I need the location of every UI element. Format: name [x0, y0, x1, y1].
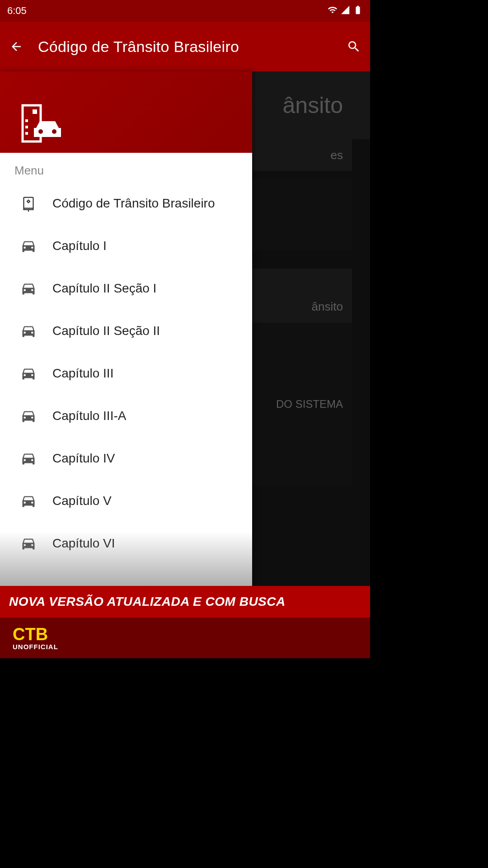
book-icon	[20, 195, 37, 212]
drawer-item-label: Capítulo II Seção II	[52, 324, 160, 338]
drawer-item[interactable]: Capítulo II Seção I	[0, 267, 252, 310]
footer-logo: CTB	[13, 626, 357, 643]
footer-subtitle: UNOFFICIAL	[13, 643, 357, 651]
footer: CTB UNOFFICIAL	[0, 618, 370, 658]
status-bar: 6:05	[0, 0, 370, 22]
svg-rect-1	[33, 109, 37, 114]
car-icon	[20, 237, 37, 255]
svg-rect-2	[25, 119, 28, 122]
back-button[interactable]	[7, 38, 25, 56]
navigation-drawer: Menu Código de Trânsito BrasileiroCapítu…	[0, 71, 252, 586]
car-icon	[20, 365, 37, 382]
content-area: ânsito es ânsito DO SISTEMA	[0, 71, 370, 586]
status-icons	[328, 5, 363, 17]
drawer-item[interactable]: Capítulo I	[0, 225, 252, 267]
page-title: Código de Trânsito Brasileiro	[38, 38, 332, 56]
arrow-back-icon	[9, 40, 23, 53]
drawer-item-label: Capítulo III-A	[52, 409, 126, 423]
car-icon	[20, 322, 37, 340]
car-icon	[20, 407, 37, 425]
svg-point-5	[38, 129, 43, 134]
cell-signal-icon	[340, 5, 350, 17]
drawer-item-label: Capítulo VI	[52, 536, 115, 551]
drawer-items-list[interactable]: Código de Trânsito BrasileiroCapítulo IC…	[0, 182, 252, 586]
search-button[interactable]	[345, 38, 363, 56]
drawer-item-label: Código de Trânsito Brasileiro	[52, 196, 215, 211]
wifi-icon	[328, 5, 338, 17]
drawer-item-label: Capítulo III	[52, 366, 113, 381]
drawer-item-label: Capítulo V	[52, 494, 112, 508]
drawer-item[interactable]: Capítulo IV	[0, 437, 252, 480]
svg-rect-4	[25, 132, 28, 135]
promo-banner[interactable]: NOVA VERSÃO ATUALIZADA E COM BUSCA	[0, 586, 370, 618]
car-icon	[20, 280, 37, 297]
car-icon	[20, 450, 37, 467]
drawer-item[interactable]: Capítulo II Seção II	[0, 310, 252, 352]
drawer-item-label: Capítulo I	[52, 239, 107, 253]
drawer-header	[0, 71, 252, 153]
app-bar: Código de Trânsito Brasileiro	[0, 22, 370, 71]
drawer-item[interactable]: Capítulo V	[0, 480, 252, 522]
drawer-item-label: Capítulo II Seção I	[52, 281, 156, 296]
search-icon	[347, 39, 361, 54]
svg-rect-3	[25, 126, 28, 128]
car-icon	[20, 535, 37, 552]
drawer-item[interactable]: Capítulo III	[0, 352, 252, 395]
drawer-item[interactable]: Capítulo VI	[0, 522, 252, 565]
battery-icon	[353, 5, 363, 17]
drawer-section-label: Menu	[0, 153, 252, 182]
drawer-item[interactable]: Capítulo III-A	[0, 395, 252, 437]
drawer-logo-icon	[18, 103, 63, 144]
status-time: 6:05	[7, 5, 27, 17]
car-icon	[20, 492, 37, 509]
promo-banner-text: NOVA VERSÃO ATUALIZADA E COM BUSCA	[9, 594, 286, 609]
svg-point-6	[52, 129, 56, 134]
drawer-item[interactable]: Código de Trânsito Brasileiro	[0, 182, 252, 225]
drawer-item-label: Capítulo IV	[52, 451, 115, 466]
